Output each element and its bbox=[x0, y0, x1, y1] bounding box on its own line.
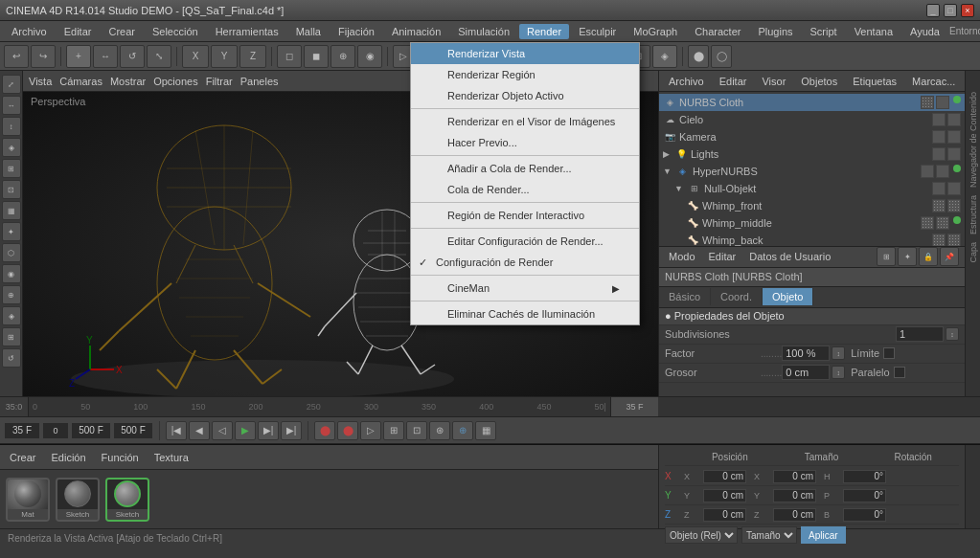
attr-tab-objeto[interactable]: Objeto bbox=[763, 288, 813, 305]
btn-edicion[interactable]: Edición bbox=[48, 450, 90, 465]
dropdown-renderizar-vista[interactable]: Renderizar Vista bbox=[411, 43, 639, 64]
vp-menu-opciones[interactable]: Opciones bbox=[153, 76, 197, 87]
tree-item-lights[interactable]: ▶ 💡 Lights bbox=[659, 145, 965, 163]
apply-button[interactable]: Aplicar bbox=[801, 526, 846, 544]
menu-esculpir[interactable]: Esculpir bbox=[571, 24, 624, 39]
paint-btn[interactable]: ◼ bbox=[304, 45, 329, 68]
attr-step-subdivisiones[interactable]: ↕ bbox=[946, 327, 959, 341]
attr-icon-1[interactable]: ⊞ bbox=[877, 247, 896, 266]
tab-estructura[interactable]: Estructura bbox=[969, 193, 978, 236]
vp-menu-mostrar[interactable]: Mostrar bbox=[110, 76, 146, 87]
left-tool-7[interactable]: ▦ bbox=[2, 201, 21, 220]
dropdown-hacer-previo[interactable]: Hacer Previo... bbox=[411, 132, 639, 153]
material-sketch2[interactable]: Sketch bbox=[105, 478, 149, 522]
attr-check-limite[interactable] bbox=[883, 347, 895, 359]
attr-tab-coord[interactable]: Coord. bbox=[711, 288, 763, 305]
attr-icon-3[interactable]: 🔒 bbox=[919, 247, 938, 266]
left-tool-6[interactable]: ⊡ bbox=[2, 180, 21, 199]
attr-step-grosor[interactable]: ↕ bbox=[832, 366, 845, 379]
attr-datos-btn[interactable]: Datos de Usuario bbox=[745, 250, 834, 263]
dropdown-editar-config[interactable]: Editar Configuración de Render... bbox=[411, 231, 639, 252]
end-frame-input2[interactable] bbox=[113, 422, 153, 439]
coord-btn[interactable]: ◉ bbox=[357, 45, 382, 68]
tree-item-hypernurbs[interactable]: ▼ ◈ HyperNURBS bbox=[659, 163, 965, 180]
object-mode[interactable]: X bbox=[182, 45, 209, 68]
menu-script[interactable]: Script bbox=[803, 24, 845, 39]
extra-tool-2[interactable]: ◯ bbox=[711, 45, 732, 68]
loop-btn[interactable]: ⊞ bbox=[383, 421, 404, 440]
cache-btn[interactable]: ⊛ bbox=[429, 421, 450, 440]
left-tool-11[interactable]: ⊕ bbox=[2, 285, 21, 304]
menu-ayuda[interactable]: Ayuda bbox=[902, 24, 947, 39]
tree-item-whimp-middle[interactable]: 🦴 Whimp_middle bbox=[659, 214, 965, 232]
render-preview-btn[interactable]: ⊕ bbox=[452, 421, 473, 440]
menu-fijacion[interactable]: Fijación bbox=[330, 24, 382, 39]
dropdown-cola-render[interactable]: Cola de Render... bbox=[411, 179, 639, 200]
attr-input-factor[interactable] bbox=[782, 346, 830, 361]
snap-btn[interactable]: ⊕ bbox=[330, 45, 355, 68]
left-tool-1[interactable]: ⤢ bbox=[2, 75, 21, 94]
rot-b-input[interactable] bbox=[843, 508, 886, 522]
attr-input-subdivisiones[interactable] bbox=[896, 326, 944, 342]
vp-menu-filtrar[interactable]: Filtrar bbox=[206, 76, 233, 87]
extra-tool-1[interactable]: ⬤ bbox=[688, 45, 709, 68]
menu-malla[interactable]: Malla bbox=[288, 24, 329, 39]
jump-end-btn[interactable]: ▶| bbox=[281, 421, 302, 440]
dropdown-config-render[interactable]: ✓ Configuración de Render bbox=[411, 252, 639, 273]
vp-menu-vista[interactable]: Vista bbox=[29, 76, 52, 87]
left-tool-10[interactable]: ◉ bbox=[2, 264, 21, 283]
tree-item-kamera[interactable]: 📷 Kamera bbox=[659, 128, 965, 145]
left-tool-3[interactable]: ↕ bbox=[2, 117, 21, 136]
obj-etiquetas-btn[interactable]: Etiquetas bbox=[849, 75, 900, 88]
rotate-tool[interactable]: ↺ bbox=[120, 45, 145, 68]
undo-button[interactable]: ↩ bbox=[4, 45, 29, 68]
dropdown-renderizar-activo[interactable]: Renderizar Objeto Activo bbox=[411, 85, 639, 106]
rot-h-input[interactable] bbox=[843, 470, 886, 483]
size-x-input[interactable] bbox=[773, 470, 816, 483]
record-btn[interactable]: ⬤ bbox=[314, 421, 335, 440]
menu-ventana[interactable]: Ventana bbox=[847, 24, 900, 39]
play-btn[interactable]: ▶ bbox=[235, 421, 256, 440]
dropdown-cineman[interactable]: CineMan ▶ bbox=[411, 278, 639, 299]
end-frame-input1[interactable] bbox=[71, 422, 111, 439]
vp-menu-paneles[interactable]: Paneles bbox=[240, 76, 279, 87]
interactive-btn[interactable]: ◈ bbox=[652, 45, 677, 68]
play-reverse-btn[interactable]: ◁ bbox=[212, 421, 233, 440]
left-tool-4[interactable]: ◈ bbox=[2, 138, 21, 157]
pos-z-input[interactable] bbox=[703, 508, 746, 522]
record2-btn[interactable]: ⊡ bbox=[406, 421, 427, 440]
tree-item-cielo[interactable]: ☁ Cielo bbox=[659, 111, 965, 128]
keyframe-btn[interactable]: ⬤ bbox=[337, 421, 358, 440]
scale-tool[interactable]: ⤡ bbox=[147, 45, 171, 68]
move-tool[interactable]: ↔ bbox=[93, 45, 118, 68]
menu-character[interactable]: Character bbox=[687, 24, 748, 39]
attr-editar-btn[interactable]: Editar bbox=[705, 250, 741, 263]
start-frame-input[interactable] bbox=[42, 422, 69, 439]
menu-simulacion[interactable]: Simulación bbox=[450, 24, 517, 39]
play-all-btn[interactable]: ▷ bbox=[360, 421, 381, 440]
attr-step-factor[interactable]: ↕ bbox=[832, 346, 845, 360]
btn-crear[interactable]: Crear bbox=[6, 450, 40, 465]
menu-animacion[interactable]: Animación bbox=[384, 24, 448, 39]
material-mat[interactable]: Mat bbox=[6, 478, 50, 522]
space-select[interactable]: Objeto (Rel) World bbox=[665, 526, 738, 544]
dropdown-renderizar-visor[interactable]: Renderizar en el Visor de Imágenes bbox=[411, 111, 639, 132]
left-tool-5[interactable]: ⊞ bbox=[2, 159, 21, 178]
pos-y-input[interactable] bbox=[703, 489, 746, 502]
point-mode[interactable]: Y bbox=[211, 45, 238, 68]
obj-marcac-btn[interactable]: Marcac... bbox=[908, 75, 959, 88]
dropdown-region-interactivo[interactable]: Región de Render Interactivo bbox=[411, 205, 639, 226]
next-frame-btn[interactable]: ▶| bbox=[258, 421, 279, 440]
edge-mode[interactable]: Z bbox=[239, 45, 266, 68]
menu-mograph[interactable]: MoGraph bbox=[626, 24, 685, 39]
menu-crear[interactable]: Crear bbox=[101, 24, 143, 39]
maximize-button[interactable]: □ bbox=[944, 4, 957, 17]
dropdown-eliminar-caches[interactable]: Eliminar Cachés de Iluminación bbox=[411, 303, 639, 324]
menu-herramientas[interactable]: Herramientas bbox=[208, 24, 286, 39]
obj-objetos-btn[interactable]: Objetos bbox=[797, 75, 841, 88]
menu-seleccion[interactable]: Selección bbox=[145, 24, 206, 39]
size-z-input[interactable] bbox=[773, 508, 816, 522]
rot-p-input[interactable] bbox=[843, 489, 886, 502]
tab-navegador[interactable]: Navegador de Contenido bbox=[969, 90, 978, 190]
minimize-button[interactable]: _ bbox=[926, 4, 940, 17]
